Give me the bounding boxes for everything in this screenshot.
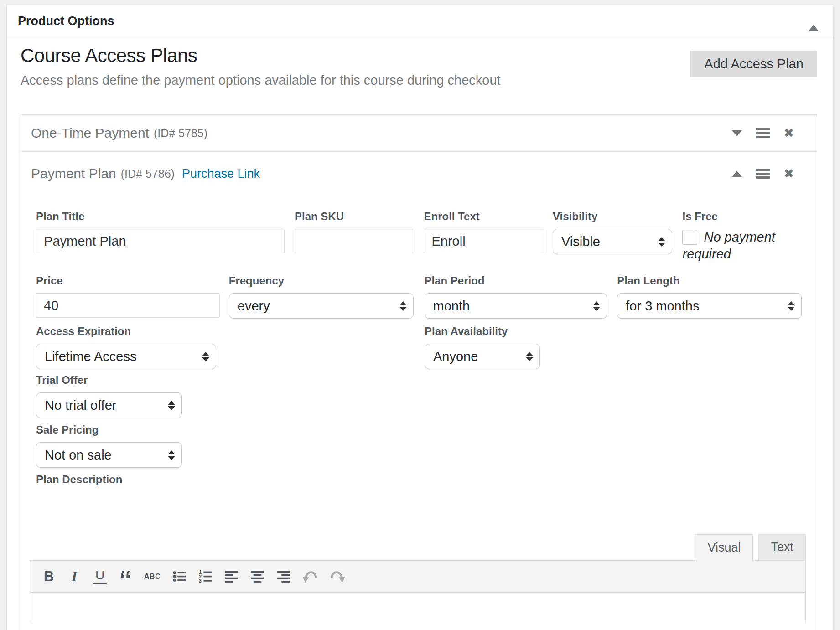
frequency-value: every	[238, 299, 270, 314]
add-access-plan-button[interactable]: Add Access Plan	[690, 51, 817, 77]
select-arrows-icon	[658, 237, 665, 247]
plan-availability-value: Anyone	[433, 349, 478, 364]
visibility-label: Visibility	[553, 210, 673, 223]
access-expiration-select[interactable]: Lifetime Access	[36, 344, 216, 369]
enroll-text-label: Enroll Text	[424, 210, 544, 223]
access-plans-list: One-Time Payment (ID# 5785) ✖ Payment Pl…	[21, 114, 817, 630]
product-options-metabox: Product Options Course Access Plans Acce…	[6, 5, 834, 630]
price-label: Price	[36, 274, 220, 287]
editor-toolbar: B I U “ ABC	[30, 561, 805, 593]
is-free-checkbox-row: No payment required	[682, 229, 802, 263]
metabox-collapse-button[interactable]	[809, 18, 819, 25]
remove-plan-icon[interactable]: ✖	[783, 168, 794, 180]
strikethrough-icon[interactable]: ABC	[144, 569, 161, 584]
metabox-title: Product Options	[18, 14, 114, 28]
select-arrows-icon	[202, 352, 209, 361]
sale-pricing-select[interactable]: Not on sale	[36, 442, 182, 468]
plan-header[interactable]: One-Time Payment (ID# 5785) ✖	[21, 115, 817, 151]
plan-description-label: Plan Description	[36, 473, 122, 486]
field-row-5: Sale Pricing Not on sale	[36, 423, 802, 468]
bold-icon[interactable]: B	[42, 569, 56, 584]
drag-handle-icon[interactable]	[756, 128, 770, 138]
metabox-body: Course Access Plans Access plans define …	[7, 37, 833, 630]
access-expiration-value: Lifetime Access	[45, 349, 136, 364]
plan-row-payment-plan: Payment Plan (ID# 5786) Purchase Link ✖ …	[21, 151, 817, 630]
field-row-4: Trial Offer No trial offer	[36, 374, 802, 418]
plan-period-value: month	[433, 299, 470, 314]
tab-text[interactable]: Text	[758, 534, 806, 560]
trial-offer-select[interactable]: No trial offer	[36, 392, 182, 418]
visibility-value: Visible	[561, 234, 600, 249]
field-row-6: Plan Description	[36, 473, 802, 492]
drag-handle-icon[interactable]	[756, 169, 770, 179]
plan-id: (ID# 5785)	[154, 127, 207, 140]
field-row-2: Price Frequency every Plan Period	[36, 274, 802, 319]
plan-title-label: Plan Title	[36, 210, 285, 223]
is-free-checkbox[interactable]	[682, 230, 697, 245]
plan-length-select[interactable]: for 3 months	[617, 293, 802, 319]
svg-text:3: 3	[199, 578, 202, 584]
field-row-1: Plan Title Plan SKU Enroll Text Vis	[36, 210, 802, 263]
trial-offer-label: Trial Offer	[36, 374, 182, 387]
trial-offer-value: No trial offer	[45, 398, 116, 413]
plan-availability-label: Plan Availability	[425, 325, 540, 338]
plan-title: One-Time Payment	[31, 125, 149, 141]
underline-icon[interactable]: U	[93, 569, 107, 584]
enroll-text-input[interactable]	[424, 229, 544, 253]
price-input[interactable]	[36, 293, 220, 318]
plan-header[interactable]: Payment Plan (ID# 5786) Purchase Link ✖	[21, 152, 817, 196]
is-free-label: Is Free	[682, 210, 802, 223]
select-arrows-icon	[526, 352, 533, 361]
numbered-list-icon[interactable]: 1 2 3	[198, 569, 213, 584]
plan-body: Plan Title Plan SKU Enroll Text Vis	[21, 196, 817, 630]
section-subtitle: Access plans define the payment options …	[21, 72, 501, 89]
section-title: Course Access Plans	[21, 45, 501, 67]
purchase-link[interactable]: Purchase Link	[182, 167, 260, 181]
caret-down-icon[interactable]	[732, 130, 742, 136]
select-arrows-icon	[788, 301, 795, 311]
plan-header-icons: ✖	[732, 168, 794, 180]
plan-id: (ID# 5786)	[121, 167, 175, 181]
align-right-icon[interactable]	[276, 569, 290, 584]
field-row-3: Access Expiration Lifetime Access Plan A…	[36, 325, 802, 369]
remove-plan-icon[interactable]: ✖	[783, 127, 794, 139]
plans-section-header: Course Access Plans Access plans define …	[21, 45, 817, 89]
caret-up-icon[interactable]	[732, 171, 742, 177]
select-arrows-icon	[593, 301, 600, 311]
plan-period-label: Plan Period	[425, 274, 607, 287]
sale-pricing-label: Sale Pricing	[36, 423, 182, 436]
plan-header-icons: ✖	[732, 127, 794, 139]
plan-row-one-time-payment: One-Time Payment (ID# 5785) ✖	[21, 115, 817, 151]
undo-icon[interactable]	[302, 569, 318, 584]
editor-content-area[interactable]	[30, 593, 805, 623]
access-expiration-label: Access Expiration	[36, 325, 216, 338]
select-arrows-icon	[168, 401, 175, 410]
plan-title-input[interactable]	[36, 229, 285, 253]
italic-icon[interactable]: I	[67, 569, 81, 584]
redo-icon[interactable]	[330, 569, 345, 584]
frequency-select[interactable]: every	[229, 293, 414, 319]
plan-length-label: Plan Length	[617, 274, 802, 287]
editor-frame: B I U “ ABC	[30, 560, 806, 623]
chevron-up-icon	[809, 18, 819, 31]
frequency-label: Frequency	[229, 274, 414, 287]
align-center-icon[interactable]	[250, 569, 264, 584]
plan-sku-label: Plan SKU	[295, 210, 414, 223]
metabox-header: Product Options	[7, 5, 833, 37]
plan-title: Payment Plan	[31, 166, 116, 181]
select-arrows-icon	[399, 301, 407, 311]
tab-visual[interactable]: Visual	[695, 534, 753, 561]
plan-period-select[interactable]: month	[425, 293, 607, 319]
sale-pricing-value: Not on sale	[45, 448, 112, 463]
plan-description-editor: Visual Text B I U “ ABC	[30, 534, 806, 623]
editor-tabs: Visual Text	[30, 534, 806, 560]
plan-length-value: for 3 months	[626, 299, 699, 314]
align-left-icon[interactable]	[224, 569, 239, 584]
select-arrows-icon	[168, 450, 175, 460]
plan-sku-input[interactable]	[295, 229, 414, 253]
plans-section-titles: Course Access Plans Access plans define …	[21, 45, 501, 89]
blockquote-icon[interactable]: “	[119, 569, 132, 584]
visibility-select[interactable]: Visible	[553, 229, 673, 254]
plan-availability-select[interactable]: Anyone	[425, 344, 540, 369]
bullet-list-icon[interactable]	[172, 569, 187, 584]
